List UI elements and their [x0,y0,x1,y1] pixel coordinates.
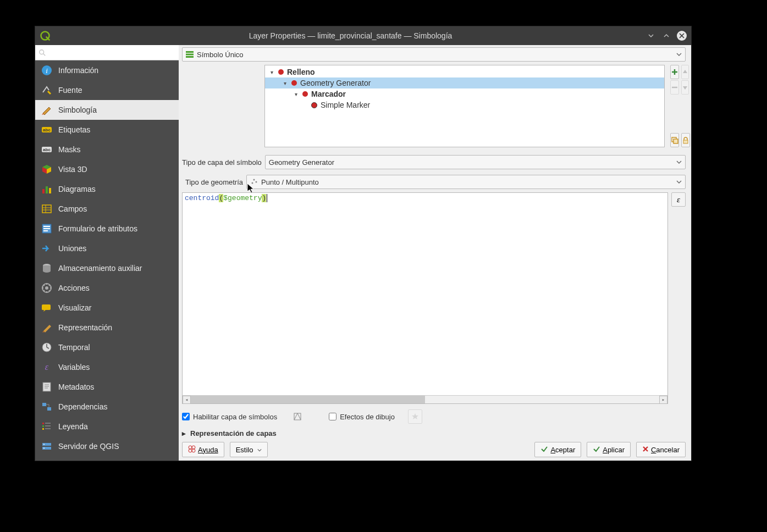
add-symbol-layer-button[interactable] [670,65,679,79]
symbol-thumb-icon [278,69,284,75]
sidebar-search[interactable] [35,45,179,60]
sidebar-item-servidor[interactable]: Servidor de QGIS [35,436,179,456]
expression-editor[interactable]: centroid($geometry) ◂ ▸ [182,192,668,404]
sidebar-item-masks[interactable]: abcMasks [35,140,179,159]
sidebar-item-dependencias[interactable]: Dependencias [35,397,179,417]
chevron-down-icon [676,178,682,186]
dialog-footer: Ayuda Estilo Aceptar Aplicar Cancel [182,442,686,457]
scroll-right-icon[interactable]: ▸ [659,396,667,404]
svg-rect-11 [42,205,51,213]
layer-rendering-collapse[interactable]: ▸ Representación de capas [182,429,686,437]
maximize-button[interactable] [661,31,671,41]
sidebar-item-diagramas[interactable]: Diagramas [35,179,179,199]
symbol-layer-tree[interactable]: ▾ Relleno ▾ Geometry Generator ▾ Marcado… [264,65,665,147]
scroll-left-icon[interactable]: ◂ [183,396,191,404]
source-icon [41,84,53,96]
sidebar-item-representacion[interactable]: Representación [35,318,179,337]
renderer-type-label: Símbolo Único [197,51,244,59]
move-up-button[interactable] [681,65,689,79]
enable-symbol-layer-checkbox[interactable]: Habilitar capa de símbolos [182,413,277,421]
svg-rect-46 [674,139,678,143]
svg-text:abc: abc [43,128,51,132]
lock-symbol-layer-button[interactable] [681,133,690,147]
rendering-icon [41,322,53,334]
sidebar-item-auxstorage[interactable]: Almacenamiento auxiliar [35,258,179,278]
window-title: Layer Properties — limite_provincial_san… [55,31,646,40]
svg-rect-24 [43,383,51,391]
temporal-icon [41,341,53,353]
text-cursor [267,194,272,202]
geometry-type-combo[interactable]: Punto / Multipunto [246,175,686,189]
sidebar-item-metadatos[interactable]: Metadatos [35,377,179,397]
joins-icon [41,242,53,254]
dependencies-icon [41,401,53,413]
sidebar-item-visualizar[interactable]: Visualizar [35,298,179,318]
close-button[interactable] [677,31,687,41]
sidebar-item-leyenda[interactable]: Leyenda [35,417,179,436]
svg-point-38 [43,444,45,445]
scrollbar-thumb[interactable] [191,396,425,403]
titlebar: Layer Properties — limite_provincial_san… [35,26,691,45]
renderer-type-combo[interactable]: Símbolo Único [182,47,686,62]
3d-icon [41,163,53,175]
symbol-thumb-icon [311,102,317,108]
chevron-down-icon [257,446,262,454]
check-icon [593,445,600,455]
svg-rect-30 [42,423,44,424]
svg-point-53 [192,446,195,449]
sidebar-item-digitalizacion[interactable]: Digitalización [35,456,179,461]
masks-icon: abc [41,143,53,156]
layer-type-combo[interactable]: Geometry Generator [265,155,686,169]
sidebar-item-uniones[interactable]: Uniones [35,239,179,258]
server-icon [41,440,53,452]
horizontal-scrollbar[interactable]: ◂ ▸ [183,395,667,403]
tree-row-geometry-generator[interactable]: ▾ Geometry Generator [265,77,664,88]
content-panel: Símbolo Único ▾ Relleno ▾ Geometry Gener… [179,45,691,461]
symbol-thumb-icon [302,91,308,97]
expander-icon[interactable]: ▾ [268,69,275,75]
chevron-down-icon [676,158,682,167]
apply-button[interactable]: Aplicar [587,442,631,457]
single-symbol-icon [186,51,194,58]
sidebar-item-campos[interactable]: Campos [35,199,179,219]
symbol-tree-buttons [670,65,686,147]
sidebar-item-vista3d[interactable]: Vista 3D [35,159,179,179]
sidebar-item-formulario[interactable]: Formulario de atributos [35,219,179,239]
svg-rect-18 [43,230,48,231]
draw-effects-checkbox[interactable]: Efectos de dibujo [329,413,395,421]
sidebar-item-informacion[interactable]: iInformación [35,60,179,80]
data-defined-enable-button[interactable] [290,409,305,424]
sidebar-item-variables[interactable]: εVariables [35,357,179,377]
style-menu-button[interactable]: Estilo [230,442,268,457]
search-icon [38,49,46,57]
ok-button[interactable]: Aceptar [534,442,581,457]
sidebar-item-temporal[interactable]: Temporal [35,337,179,357]
expander-icon[interactable]: ▾ [282,80,288,86]
cancel-button[interactable]: Cancelar [636,442,686,457]
duplicate-symbol-layer-button[interactable] [670,133,679,147]
remove-symbol-layer-button[interactable] [670,80,679,95]
minimize-button[interactable] [646,31,656,41]
search-input[interactable] [48,48,175,57]
storage-icon [41,262,53,274]
tree-row-relleno[interactable]: ▾ Relleno [265,66,664,77]
expander-icon[interactable]: ▾ [293,91,299,97]
sidebar-item-simbologia[interactable]: Simbología [35,100,179,120]
sidebar-item-acciones[interactable]: Acciones [35,278,179,298]
layer-type-label: Tipo de capa del símbolo [182,158,262,167]
tree-row-simple-marker[interactable]: Simple Marker [265,99,664,110]
svg-point-21 [45,286,48,290]
svg-rect-32 [42,428,44,430]
sidebar: iInformación Fuente Simbología abcEtique… [35,45,179,461]
form-icon [41,223,53,235]
tree-row-marcador[interactable]: ▾ Marcador [265,88,664,99]
move-down-button[interactable] [681,80,689,95]
svg-rect-9 [46,186,48,193]
help-button[interactable]: Ayuda [182,442,224,457]
expression-builder-button[interactable]: ε [671,192,686,207]
sidebar-item-fuente[interactable]: Fuente [35,80,179,100]
svg-point-55 [192,449,195,452]
sidebar-item-etiquetas[interactable]: abcEtiquetas [35,120,179,140]
draw-effects-config-button[interactable] [408,409,422,424]
svg-point-49 [253,179,255,180]
